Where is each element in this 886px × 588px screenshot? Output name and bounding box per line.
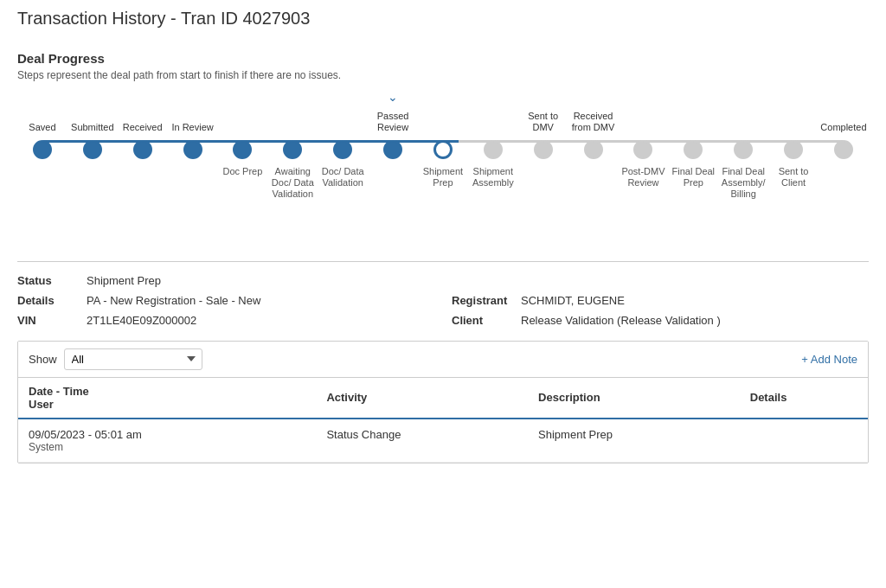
cell-activity: Status Change [316,419,528,463]
table-toolbar: Show All Status Changes Notes + Add Note [18,342,868,378]
deal-info-section: Status Shipment Prep Details PA - New Re… [17,274,869,327]
deal-progress-section: Deal Progress Steps represent the deal p… [17,51,869,244]
activity-table: Date - TimeUser Activity Description Det… [18,378,868,463]
table-body: 09/05/2023 - 05:01 am System Status Chan… [18,419,868,463]
step-completed-circle [834,140,853,159]
steps-row: Saved Submitted Received [17,107,869,201]
details-value: PA - New Registration - Sale - New [87,294,260,307]
step-submitted-label: Submitted [71,107,114,133]
vin-value: 2T1LE40E09Z000002 [87,314,196,327]
step-post-dmv-review-circle [633,140,652,159]
step-sent-to-client-sublabel: Sent to Client [768,166,819,189]
status-value: Shipment Prep [87,274,161,287]
table-row: 09/05/2023 - 05:01 am System Status Chan… [18,419,868,463]
col-header-details: Details [740,378,868,419]
progress-container: Saved Submitted Received [17,99,869,244]
details-col: Details PA - New Registration - Sale - N… [17,294,434,307]
step-doc-prep-sublabel: Doc Prep [223,166,263,177]
deal-progress-title: Deal Progress [17,51,869,66]
page-container: Transaction History - Tran ID 4027903 De… [0,0,886,481]
step-sent-to-dmv-circle [534,140,553,159]
step-shipment-prep-circle [433,140,453,159]
vin-label: VIN [17,314,78,327]
step-in-review: In Review [168,107,218,166]
step-doc-prep: Doc Prep [218,107,268,177]
step-completed-label: Completed [820,107,866,133]
step-doc-data-validation: Doc/ Data Validation [318,107,368,189]
registrant-value: SCHMIDT, EUGENE [521,294,625,307]
step-final-deal-assembly: Final Deal Assembly/ Billing [718,107,768,201]
step-post-dmv-review: Post-DMV Review [619,107,669,189]
step-passed-review: Passed Review ⌄ [368,107,418,166]
step-in-review-circle [183,140,202,159]
step-received-from-dmv: Received from DMV [568,107,619,166]
cell-datetime: 09/05/2023 - 05:01 am System [18,419,316,463]
client-label: Client [452,314,512,327]
step-sent-to-dmv-label: Sent to DMV [518,107,568,133]
status-row: Status Shipment Prep [17,274,869,287]
chevron-down-icon: ⌄ [388,90,398,105]
step-post-dmv-review-sublabel: Post-DMV Review [619,166,669,189]
vin-col: VIN 2T1LE40E09Z000002 [17,314,434,327]
step-received-circle [133,140,152,159]
step-awaiting-doc-sublabel: Awaiting Doc/ Data Validation [267,166,318,201]
step-shipment-assembly-sublabel: Shipment Assembly [468,166,518,189]
step-final-deal-prep-sublabel: Final Deal Prep [668,166,718,189]
details-label: Details [17,294,78,307]
step-doc-data-validation-sublabel: Doc/ Data Validation [318,166,368,189]
show-row: Show All Status Changes Notes [29,348,202,370]
show-select[interactable]: All Status Changes Notes [64,348,202,370]
step-awaiting-doc: Awaiting Doc/ Data Validation [267,107,318,201]
step-passed-review-label: Passed Review ⌄ [368,107,418,133]
registrant-label: Registrant [452,294,512,307]
table-header-row: Date - TimeUser Activity Description Det… [18,378,868,419]
date-user-cell: 09/05/2023 - 05:01 am System [29,428,305,453]
step-saved: Saved [17,107,67,166]
col-header-datetime: Date - TimeUser [18,378,316,419]
step-received-from-dmv-circle [584,140,603,159]
col-header-activity: Activity [316,378,528,419]
step-final-deal-assembly-circle [734,140,753,159]
add-note-button[interactable]: + Add Note [801,353,857,366]
table-head: Date - TimeUser Activity Description Det… [18,378,868,419]
details-registrant-row: Details PA - New Registration - Sale - N… [17,294,869,307]
step-sent-to-client-circle [784,140,803,159]
step-awaiting-doc-circle [283,140,302,159]
section-divider [17,261,869,262]
cell-description: Shipment Prep [528,419,740,463]
status-label: Status [17,274,78,287]
step-received-label: Received [123,107,163,133]
show-label: Show [29,353,57,366]
step-shipment-assembly: Shipment Assembly [468,107,518,189]
step-saved-label: Saved [29,107,55,133]
step-final-deal-prep: Final Deal Prep [668,107,718,189]
step-passed-review-circle [383,140,402,159]
page-title: Transaction History - Tran ID 4027903 [17,9,869,34]
step-doc-prep-circle [233,140,252,159]
client-col: Client Release Validation (Release Valid… [452,314,869,327]
step-final-deal-assembly-sublabel: Final Deal Assembly/ Billing [718,166,768,201]
step-completed: Completed [819,107,869,166]
table-section: Show All Status Changes Notes + Add Note… [17,341,869,463]
step-received: Received [118,107,168,166]
step-submitted-circle [83,140,102,159]
step-final-deal-prep-circle [684,140,703,159]
step-in-review-label: In Review [171,107,213,133]
step-received-from-dmv-label: Received from DMV [568,107,619,133]
cell-details [740,419,868,463]
vin-client-row: VIN 2T1LE40E09Z000002 Client Release Val… [17,314,869,327]
step-shipment-prep-sublabel: Shipment Prep [418,166,468,189]
step-shipment-prep: Shipment Prep [418,107,468,189]
user-name-value: System [29,441,305,453]
deal-progress-subtitle: Steps represent the deal path from start… [17,69,869,81]
client-value: Release Validation (Release Validation ) [521,314,721,327]
step-submitted: Submitted [67,107,118,166]
step-sent-to-client: Sent to Client [768,107,819,189]
date-time-value: 09/05/2023 - 05:01 am [29,428,305,441]
step-doc-data-validation-circle [333,140,352,159]
step-shipment-assembly-circle [484,140,503,159]
step-sent-to-dmv: Sent to DMV [518,107,568,166]
step-saved-circle [33,140,52,159]
registrant-col: Registrant SCHMIDT, EUGENE [452,294,869,307]
col-header-description: Description [528,378,740,419]
